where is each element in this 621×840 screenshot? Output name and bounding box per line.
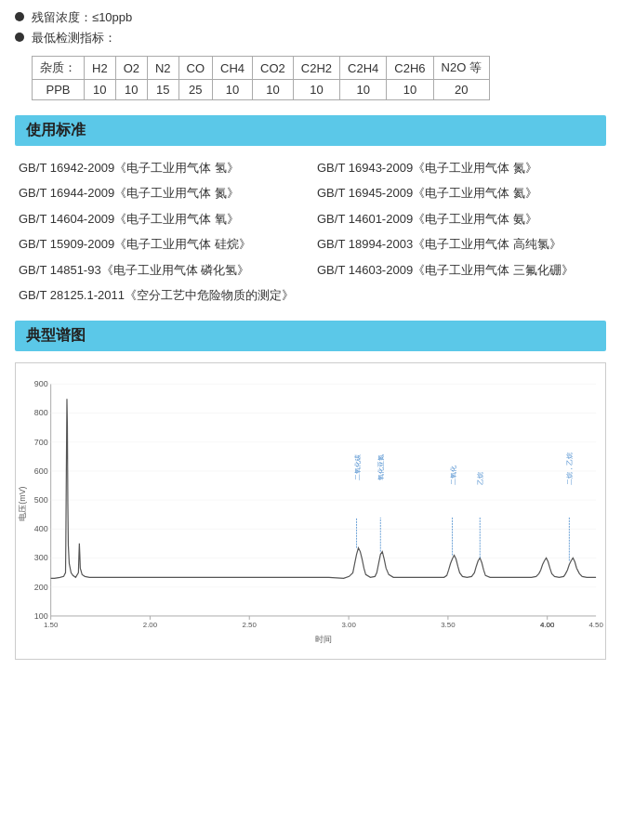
table-data-cell: 10 <box>253 80 294 100</box>
svg-text:乙烷: 乙烷 <box>477 473 483 486</box>
svg-text:100: 100 <box>34 611 48 621</box>
svg-text:2.00: 2.00 <box>143 621 158 629</box>
bullet-text-2: 最低检测指标： <box>32 30 116 46</box>
table-data-row: PPB10101525101010101020 <box>33 80 490 100</box>
table-header-cell: CO <box>178 57 213 80</box>
svg-text:氧化亚氮: 氧化亚氮 <box>377 455 385 481</box>
table-header-cell: N2O 等 <box>433 57 489 80</box>
standard-item: GB/T 15909-2009《电子工业用气体 硅烷》 <box>19 233 308 255</box>
svg-text:3.50: 3.50 <box>441 621 456 629</box>
table-header-cell: C2H2 <box>293 57 339 80</box>
standard-item: GB/T 16943-2009《电子工业用气体 氮》 <box>317 157 606 178</box>
table-data-cell: 10 <box>340 80 387 100</box>
svg-text:时间: 时间 <box>315 635 332 644</box>
svg-text:二氧化: 二氧化 <box>450 466 456 486</box>
svg-text:200: 200 <box>34 583 48 592</box>
svg-text:500: 500 <box>34 495 48 505</box>
standard-item: GB/T 14851-93《电子工业用气体 磷化氢》 <box>19 259 308 281</box>
svg-text:3.00: 3.00 <box>341 621 356 629</box>
chart-container: 900 800 700 600 500 400 300 200 100 电压(m… <box>15 362 606 660</box>
svg-text:900: 900 <box>34 380 48 389</box>
table-data-cell: PPB <box>33 80 85 100</box>
table-data-cell: 25 <box>178 80 213 100</box>
section-header-standards: 使用标准 <box>15 115 606 146</box>
chart-svg: 900 800 700 600 500 400 300 200 100 电压(m… <box>16 367 605 659</box>
table-header-row: 杂质：H2O2N2COCH4CO2C2H2C2H4C2H6N2O 等 <box>33 57 490 80</box>
standard-item: GB/T 16945-2009《电子工业用气体 氦》 <box>317 182 606 203</box>
svg-text:300: 300 <box>34 554 48 563</box>
svg-text:二烷，乙烷: 二烷，乙烷 <box>566 453 573 486</box>
standard-item: GB/T 16942-2009《电子工业用气体 氢》 <box>19 157 308 178</box>
svg-text:4.50: 4.50 <box>588 621 603 629</box>
bullet-item-1: 残留浓度：≤10ppb <box>15 9 606 26</box>
standard-item: GB/T 14603-2009《电子工业用气体 三氟化硼》 <box>317 259 606 281</box>
bullet-dot-1 <box>15 12 24 21</box>
table-data-cell: 10 <box>85 80 116 100</box>
table-header-cell: H2 <box>85 57 116 80</box>
svg-text:4.00: 4.00 <box>540 621 555 629</box>
table-data-cell: 10 <box>387 80 433 100</box>
impurity-table: 杂质：H2O2N2COCH4CO2C2H2C2H4C2H6N2O 等 PPB10… <box>32 56 490 100</box>
section-title-standards: 使用标准 <box>26 122 86 138</box>
bullet-dot-2 <box>15 33 24 42</box>
table-data-cell: 20 <box>433 80 489 100</box>
svg-text:700: 700 <box>34 438 48 447</box>
svg-text:400: 400 <box>34 525 48 534</box>
table-header-cell: C2H4 <box>340 57 387 80</box>
svg-text:二氧化碳: 二氧化碳 <box>354 455 361 481</box>
standard-item: GB/T 14601-2009《电子工业用气体 氨》 <box>317 208 606 230</box>
svg-text:600: 600 <box>34 466 48 476</box>
table-data-cell: 10 <box>115 80 147 100</box>
standard-item: GB/T 14604-2009《电子工业用气体 氧》 <box>19 208 308 230</box>
svg-text:800: 800 <box>34 409 48 418</box>
svg-text:2.50: 2.50 <box>243 621 258 629</box>
table-header-cell: C2H6 <box>387 57 433 80</box>
table-header-cell: O2 <box>115 57 147 80</box>
standards-grid: GB/T 16942-2009《电子工业用气体 氢》GB/T 16943-200… <box>19 157 606 306</box>
table-header-cell: N2 <box>147 57 178 80</box>
table-header-cell: CO2 <box>253 57 294 80</box>
table-data-cell: 10 <box>213 80 253 100</box>
section-header-chart: 典型谱图 <box>15 321 606 351</box>
bullet-section: 残留浓度：≤10ppb 最低检测指标： <box>15 9 606 46</box>
chromatogram-line <box>51 400 596 579</box>
table-header-cell: 杂质： <box>33 57 85 80</box>
table-data-cell: 15 <box>147 80 178 100</box>
standard-item: GB/T 18994-2003《电子工业用气体 高纯氯》 <box>317 233 606 255</box>
standard-item: GB/T 16944-2009《电子工业用气体 氮》 <box>19 182 308 203</box>
table-header-cell: CH4 <box>213 57 253 80</box>
bullet-text-1: 残留浓度：≤10ppb <box>32 9 132 26</box>
standard-item: GB/T 28125.1-2011《空分工艺中危险物质的测定》 <box>19 284 606 306</box>
section-title-chart: 典型谱图 <box>26 327 86 343</box>
svg-text:1.50: 1.50 <box>44 621 59 629</box>
svg-text:电压(mV): 电压(mV) <box>18 487 27 521</box>
bullet-item-2: 最低检测指标： <box>15 30 606 46</box>
table-data-cell: 10 <box>293 80 339 100</box>
